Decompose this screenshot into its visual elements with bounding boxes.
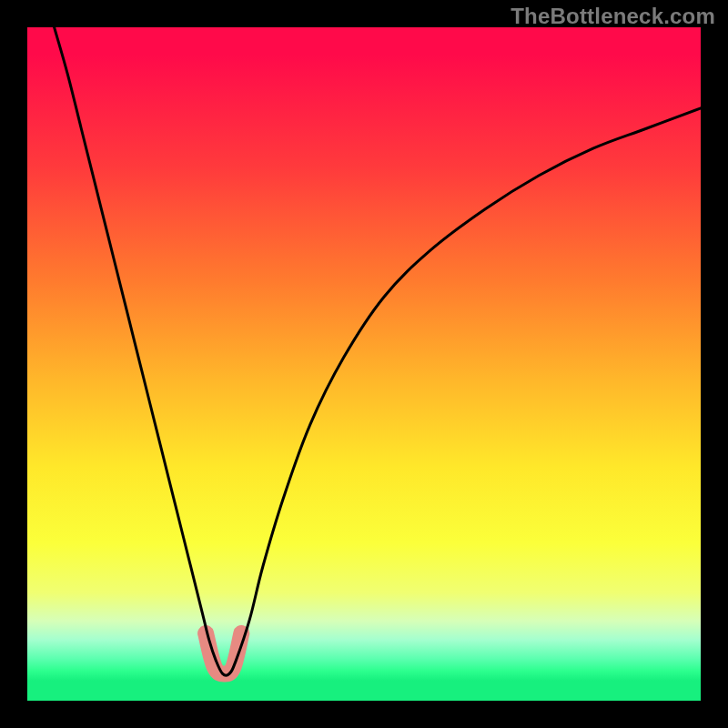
gradient-background xyxy=(27,27,701,701)
watermark-text: TheBottleneck.com xyxy=(511,4,715,29)
chart-frame: TheBottleneck.com xyxy=(0,0,728,728)
bottleneck-chart xyxy=(0,0,728,728)
